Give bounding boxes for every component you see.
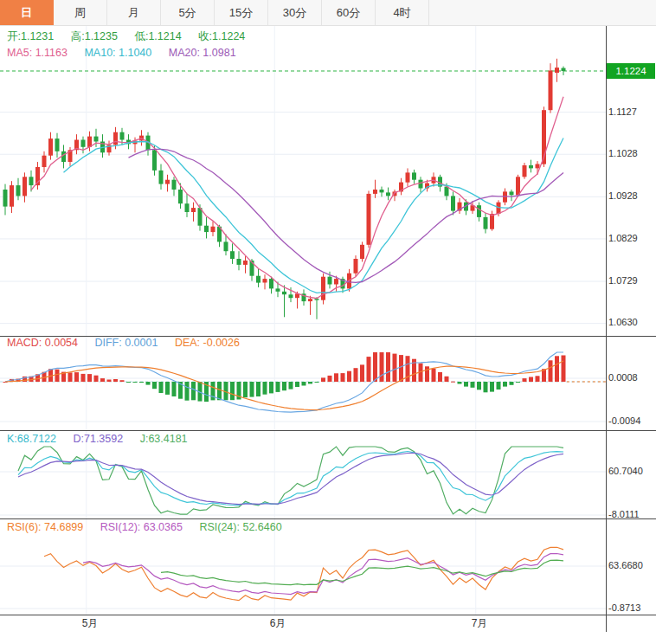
tab-day[interactable]: 日 (0, 0, 54, 25)
ohlc-readout: 开:1.1231 高:1.1235 低:1.1214 收:1.1224 (7, 29, 259, 44)
macd-tick: -0.0094 (608, 415, 640, 426)
d-value: D:71.3592 (73, 433, 123, 445)
rsi24-value: RSI(24): 52.6460 (199, 521, 281, 533)
month-label-july: 7月 (472, 616, 488, 631)
ma-readout: MA5: 1.1163 MA10: 1.1040 MA20: 1.0981 (7, 47, 250, 59)
tab-week[interactable]: 周 (54, 0, 107, 25)
ma5-value: MA5: 1.1163 (7, 47, 68, 59)
kdj-readout: K:68.7122 D:71.3592 J:63.4181 (7, 433, 202, 445)
macd-readout: MACD: 0.0054 DIFF: 0.0001 DEA: -0.0026 (7, 337, 254, 349)
rsi6-value: RSI(6): 74.6899 (7, 521, 83, 533)
ma10-value: MA10: 1.1040 (84, 47, 151, 59)
k-value: K:68.7122 (7, 433, 56, 445)
rsi-tick: -0.8713 (608, 602, 640, 613)
kdj-tick: 60.7040 (608, 466, 643, 476)
price-tick: 1.0829 (608, 233, 638, 243)
tab-5min[interactable]: 5分 (161, 0, 215, 25)
tab-15min[interactable]: 15分 (215, 0, 268, 25)
month-label-may: 5月 (82, 616, 99, 631)
macd-tick: 0.0008 (608, 372, 638, 383)
tab-60min[interactable]: 60分 (322, 0, 376, 25)
dea-value: DEA: -0.0026 (175, 337, 240, 349)
price-tick: 1.0630 (608, 317, 638, 327)
kdj-tick: -8.0111 (608, 509, 640, 519)
j-value: J:63.4181 (140, 433, 188, 445)
price-tick: 1.1127 (608, 106, 637, 117)
rsi-tick: 63.6680 (608, 560, 643, 570)
low-value: 低:1.1214 (134, 30, 181, 42)
open-value: 开:1.1231 (7, 30, 54, 42)
chart-canvas[interactable] (0, 0, 656, 644)
price-tick: 1.1028 (608, 148, 638, 158)
rsi-readout: RSI(6): 74.6899 RSI(12): 63.0365 RSI(24)… (7, 521, 296, 533)
tab-month[interactable]: 月 (107, 0, 161, 25)
timeframe-tabbar: 日 周 月 5分 15分 30分 60分 4时 (0, 0, 656, 26)
price-tick: 1.0729 (608, 275, 638, 286)
ma20-value: MA20: 1.0981 (169, 47, 236, 59)
high-value: 高:1.1235 (71, 30, 118, 42)
close-value: 收:1.1224 (198, 30, 245, 42)
trading-chart-app: 日 周 月 5分 15分 30分 60分 4时 开:1.1231 高:1.123… (0, 0, 656, 644)
rsi12-value: RSI(12): 63.0365 (100, 521, 183, 533)
price-tick: 1.0928 (608, 190, 638, 201)
current-price-tag: 1.1224 (607, 63, 655, 79)
month-label-june: 6月 (270, 616, 286, 631)
tab-4hour[interactable]: 4时 (376, 0, 429, 25)
tab-30min[interactable]: 30分 (268, 0, 322, 25)
diff-value: DIFF: 0.0001 (94, 337, 158, 349)
macd-value: MACD: 0.0054 (7, 337, 78, 349)
